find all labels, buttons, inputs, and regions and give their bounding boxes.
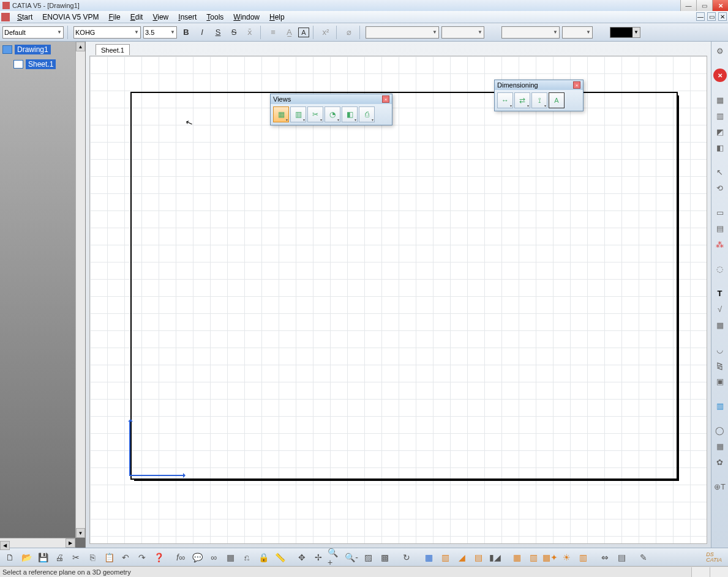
scroll-right-button[interactable]: ▶ xyxy=(66,538,75,548)
refresh-button[interactable]: ↻ xyxy=(399,550,414,565)
clipping-view-button[interactable]: ◧▾ xyxy=(342,106,358,122)
menu-edit[interactable]: Edit xyxy=(126,11,148,23)
underline-button[interactable]: S xyxy=(211,26,225,39)
print-area-button[interactable]: ▥ xyxy=(713,399,727,412)
catalog-button[interactable]: ▦ xyxy=(223,550,238,565)
dim-analysis-button[interactable]: ▥ xyxy=(576,550,590,565)
dimension-button[interactable]: ↔▾ xyxy=(497,92,513,108)
select-button[interactable]: ↖ xyxy=(713,165,727,179)
mirror-button[interactable]: ⧎ xyxy=(713,359,727,372)
tree-horizontal-scrollbar[interactable]: ◀ ▶ xyxy=(0,538,75,548)
cut-button[interactable]: ✂ xyxy=(69,550,83,565)
whats-this-button[interactable]: ❓ xyxy=(151,550,166,565)
dim-following-button[interactable]: ▦✦ xyxy=(542,550,557,565)
menu-file[interactable]: File xyxy=(103,11,125,23)
tree-root-node[interactable]: Drawing1 xyxy=(0,43,85,56)
balloon-button[interactable]: ◯ xyxy=(713,423,727,437)
detail-view-button[interactable]: ◔▾ xyxy=(325,106,340,122)
close-button[interactable]: ✕ xyxy=(712,0,728,11)
menu-insert[interactable]: Insert xyxy=(173,11,201,23)
lock-button[interactable]: 🔒 xyxy=(256,550,271,565)
scroll-down-button[interactable]: ▼ xyxy=(76,528,85,538)
print-button[interactable]: 🖨 xyxy=(52,550,67,565)
filter-button[interactable]: ▮◢ xyxy=(487,550,502,565)
font-size-combo[interactable]: 3.5▼ xyxy=(143,26,177,39)
doc-restore-button[interactable]: ▭ xyxy=(707,12,716,21)
insert-symbol-button[interactable]: x² xyxy=(319,26,332,39)
analysis-button[interactable]: ◢ xyxy=(454,550,469,565)
projection-view-button[interactable]: ▥ xyxy=(713,109,727,122)
fit-all-button[interactable]: ✥ xyxy=(295,550,309,565)
pan-button[interactable]: ✢ xyxy=(311,550,326,565)
front-view-button[interactable]: ▦▾ xyxy=(273,106,289,122)
bom-button[interactable]: ▦ xyxy=(713,439,727,453)
arc-button[interactable]: ◡ xyxy=(713,343,727,356)
chained-dimension-button[interactable]: ⇄▾ xyxy=(514,92,530,108)
sheet-tab[interactable]: Sheet.1 xyxy=(96,44,130,55)
menu-help[interactable]: Help xyxy=(265,11,290,23)
dimensioning-toolbar-title[interactable]: Dimensioning × xyxy=(495,80,583,90)
isometric-view-button[interactable]: ◧ xyxy=(713,141,727,154)
menu-view[interactable]: View xyxy=(148,11,173,23)
copy-button[interactable]: ⎘ xyxy=(85,550,100,565)
open-button[interactable]: 📂 xyxy=(19,550,34,565)
dimensioning-toolbar-close-button[interactable]: × xyxy=(573,81,580,89)
combo-c[interactable]: ▼ xyxy=(501,26,560,39)
menu-start[interactable]: Start xyxy=(12,11,37,23)
maximize-button[interactable]: ▭ xyxy=(696,0,712,11)
link-button[interactable]: ∞ xyxy=(206,550,221,565)
paste-button[interactable]: 📋 xyxy=(102,550,116,565)
create-view-button[interactable]: ▩ xyxy=(377,550,392,565)
zoom-out-button[interactable]: 🔍- xyxy=(344,550,359,565)
grid-display-button[interactable]: ▦ xyxy=(509,550,524,565)
formula-button[interactable]: f∞ xyxy=(173,550,188,565)
combo-d[interactable]: ▼ xyxy=(562,26,593,39)
show-constraints-button[interactable]: ▤ xyxy=(471,550,486,565)
instantiate-2d-button[interactable]: ⁂ xyxy=(713,237,727,251)
menu-enovia[interactable]: ENOVIA V5 VPM xyxy=(37,11,103,23)
grid-button[interactable]: ▦ xyxy=(421,550,436,565)
scroll-left-button[interactable]: ◀ xyxy=(0,541,10,550)
edit-sheet-button[interactable]: ✎ xyxy=(636,550,651,565)
dimensioning-toolbar[interactable]: Dimensioning × ↔▾ ⇄▾ ⟟▾ A xyxy=(494,80,584,111)
new-detail-sheet-button[interactable]: ▤ xyxy=(713,221,727,235)
strikethrough-button[interactable]: S xyxy=(227,26,241,39)
symbol-button[interactable]: ⌀ xyxy=(342,26,356,39)
dress-up-button[interactable]: ✿ xyxy=(713,455,727,469)
chain-button[interactable]: ⇔ xyxy=(598,550,612,565)
color-picker[interactable]: ▼ xyxy=(610,27,640,38)
save-button[interactable]: 💾 xyxy=(36,550,50,565)
combo-b[interactable]: ▼ xyxy=(441,26,484,39)
tree-vertical-scrollbar[interactable]: ▲ ▼ xyxy=(75,42,85,538)
unfolded-view-button[interactable]: ▥▾ xyxy=(290,106,306,122)
tolerance-button[interactable]: A xyxy=(549,92,565,108)
menu-tools[interactable]: Tools xyxy=(201,11,228,23)
comment-button[interactable]: 💬 xyxy=(190,550,205,565)
views-toolbar-title[interactable]: Views × xyxy=(271,94,392,104)
undo-button[interactable]: ↶ xyxy=(118,550,133,565)
snap-button[interactable]: ▥ xyxy=(438,550,452,565)
style-combo[interactable]: Default▼ xyxy=(2,26,64,39)
frame-title-button[interactable]: ▣ xyxy=(713,374,727,388)
auxiliary-view-button[interactable]: ◩ xyxy=(713,125,727,138)
dim-line-up-button[interactable]: ☀ xyxy=(559,550,574,565)
text-button[interactable]: T xyxy=(713,286,727,300)
frame-button[interactable]: A xyxy=(298,28,309,37)
scroll-up-button[interactable]: ▲ xyxy=(76,42,85,51)
combo-a[interactable]: ▼ xyxy=(366,26,439,39)
new-view-button[interactable]: ▦ xyxy=(713,93,727,106)
doc-minimize-button[interactable]: — xyxy=(696,12,705,21)
menu-window[interactable]: Window xyxy=(228,11,265,23)
workbench-icon[interactable]: ⚙ xyxy=(713,44,727,58)
bold-button[interactable]: B xyxy=(179,26,193,39)
normal-view-button[interactable]: ▨ xyxy=(361,550,375,565)
anchor-button[interactable]: A̲ xyxy=(282,26,296,39)
view-wizard-button[interactable]: ⎙▾ xyxy=(359,106,375,122)
overline-button[interactable]: x̄ xyxy=(243,26,257,39)
new-sheet-button[interactable]: ▭ xyxy=(713,206,727,219)
stop-button[interactable]: ✕ xyxy=(713,69,727,82)
roughness-button[interactable]: √ xyxy=(713,302,727,316)
italic-button[interactable]: I xyxy=(195,26,209,39)
image-capture-button[interactable]: ⎌ xyxy=(239,550,254,565)
tree-sheet-node[interactable]: Sheet.1 xyxy=(11,58,85,71)
